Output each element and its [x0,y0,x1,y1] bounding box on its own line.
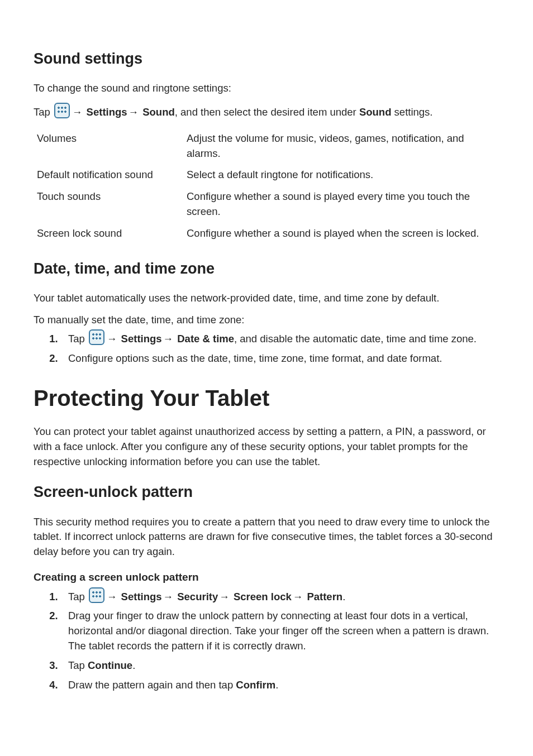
tap-post-text: settings. [391,106,432,118]
sound-tap-line: Tap → Settings→ Sound, and then select t… [34,103,499,120]
table-row: Volumes Adjust the volume for music, vid… [34,128,499,165]
row-label: Screen lock sound [34,223,183,245]
step-pre: Tap [68,591,88,602]
path-pattern: Pattern [307,591,342,602]
sound-settings-table: Volumes Adjust the volume for music, vid… [34,128,499,245]
path-settings: Settings [121,333,162,344]
table-row: Touch sounds Configure whether a sound i… [34,186,499,223]
sound-intro: To change the sound and ringtone setting… [34,81,499,96]
screen-unlock-heading: Screen-unlock pattern [34,481,499,503]
step3-pre: Tap [68,659,88,671]
arrow-icon: → [127,105,140,120]
confirm-label: Confirm [236,679,275,691]
list-item: Configure options such as the date, time… [64,351,499,366]
list-item: Drag your finger to draw the unlock patt… [64,609,499,653]
path-settings: Settings [121,591,162,602]
step2a-text: Drag your finger to draw the unlock patt… [68,610,489,637]
date-para2: To manually set the date, time, and time… [34,313,499,328]
sound-settings-heading: Sound settings [34,48,499,70]
pattern-para: This security method requires you to cre… [34,515,499,559]
arrow-icon: → [71,105,84,120]
tap-mid-text: , and then select the desired item under [175,106,359,118]
path-date-time: Date & time [177,333,234,344]
step-pre: Tap [68,333,88,344]
row-desc: Configure whether a sound is played when… [183,223,499,245]
step3-post: . [132,659,135,671]
document-page: Sound settings To change the sound and r… [0,0,533,756]
step4-pre: Draw the pattern again and then tap [68,679,236,691]
list-item: Tap → Settings→ Security→ Screen lock→ P… [64,587,499,605]
tap-pre-text: Tap [34,106,53,118]
row-desc: Configure whether a sound is played ever… [183,186,499,223]
apps-icon [89,329,104,345]
path-settings: Settings [87,106,127,118]
arrow-icon: → [162,332,175,347]
arrow-icon: → [106,590,118,605]
arrow-icon: → [218,590,231,605]
apps-icon [54,103,70,118]
list-item: Tap Continue. [64,658,499,673]
pattern-steps-list: Tap → Settings→ Security→ Screen lock→ P… [34,587,499,693]
step-post: . [342,591,345,602]
row-desc: Select a default ringtone for notificati… [183,164,499,186]
step2b-text: The tablet records the pattern if it is … [68,640,306,652]
list-item: Draw the pattern again and then tap Conf… [64,678,499,693]
row-desc: Adjust the volume for music, videos, gam… [183,128,499,165]
path-sound: Sound [142,106,175,118]
arrow-icon: → [162,590,175,605]
continue-label: Continue [88,659,132,671]
date-para1: Your tablet automatically uses the netwo… [34,291,499,306]
table-row: Screen lock sound Configure whether a so… [34,223,499,245]
date-time-heading: Date, time, and time zone [34,258,499,280]
creating-pattern-heading: Creating a screen unlock pattern [34,570,499,585]
row-label: Touch sounds [34,186,183,223]
protecting-heading: Protecting Your Tablet [34,382,499,414]
step4-post: . [275,679,278,691]
row-label: Default notification sound [34,164,183,186]
arrow-icon: → [106,332,118,347]
path-screen-lock: Screen lock [234,591,292,602]
table-row: Default notification sound Select a defa… [34,164,499,186]
protecting-para: You can protect your tablet against unau… [34,424,499,469]
row-label: Volumes [34,128,183,165]
step-post: , and disable the automatic date, time a… [234,333,477,344]
path-security: Security [177,591,218,602]
arrow-icon: → [292,590,304,605]
date-steps-list: Tap → Settings→ Date & time, and disable… [34,329,499,366]
apps-icon [89,587,104,603]
path-sound2: Sound [359,106,392,118]
list-item: Tap → Settings→ Date & time, and disable… [64,329,499,347]
